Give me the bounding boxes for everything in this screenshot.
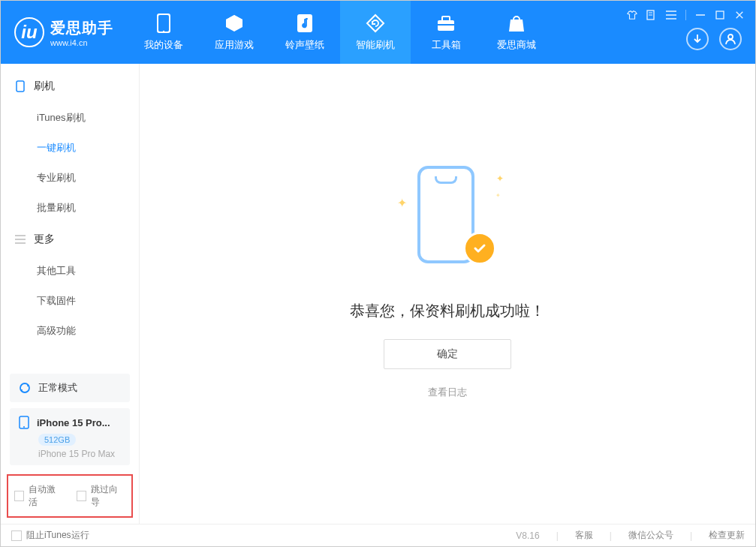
check-badge-icon — [463, 232, 496, 265]
app-url: www.i4.cn — [50, 38, 113, 47]
sidebar-item-advanced[interactable]: 高级功能 — [1, 316, 139, 346]
nav-label: 我的设备 — [144, 38, 183, 52]
sidebar-group-flash: 刷机 — [1, 70, 139, 103]
divider — [685, 10, 686, 20]
close-button[interactable] — [734, 10, 745, 20]
checkbox-label: 阻止iTunes运行 — [26, 529, 89, 542]
nav-apps[interactable]: 应用游戏 — [199, 1, 270, 64]
svg-rect-7 — [438, 24, 454, 26]
main-panel: ✦ ✦ ✦ 恭喜您，保资料刷机成功啦！ 确定 查看日志 — [140, 64, 755, 524]
sparkle-icon: ✦ — [496, 173, 504, 184]
sparkle-icon: ✦ — [495, 192, 501, 199]
nav-store[interactable]: 爱思商城 — [481, 1, 552, 64]
view-log-link[interactable]: 查看日志 — [428, 386, 467, 399]
bag-icon — [505, 13, 528, 34]
skin-icon[interactable] — [627, 10, 637, 20]
phone-icon — [14, 80, 26, 92]
success-message: 恭喜您，保资料刷机成功啦！ — [350, 301, 545, 321]
checkbox-box — [77, 491, 86, 501]
group-label: 刷机 — [34, 80, 55, 93]
checkbox-box — [11, 530, 22, 541]
prevent-itunes-checkbox[interactable]: 阻止iTunes运行 — [11, 529, 89, 542]
nav-my-device[interactable]: 我的设备 — [128, 1, 199, 64]
minimize-button[interactable] — [695, 10, 706, 20]
sidebar-item-firmware[interactable]: 下载固件 — [1, 286, 139, 316]
user-button[interactable] — [719, 28, 742, 50]
music-icon — [294, 13, 316, 34]
sidebar-item-pro[interactable]: 专业刷机 — [1, 163, 139, 193]
sidebar-item-oneclick[interactable]: 一键刷机 — [1, 133, 139, 163]
sidebar-item-itunes[interactable]: iTunes刷机 — [1, 103, 139, 133]
device-icon — [152, 13, 175, 34]
device-mode[interactable]: 正常模式 — [10, 374, 130, 402]
divider: | — [690, 530, 692, 541]
menu-icon[interactable] — [666, 10, 676, 20]
svg-point-2 — [163, 31, 164, 32]
divider: | — [610, 530, 612, 541]
header-actions — [686, 28, 742, 50]
download-button[interactable] — [686, 28, 709, 50]
divider: | — [556, 530, 559, 541]
device-model: iPhone 15 Pro Max — [38, 449, 121, 459]
checkbox-label: 自动激活 — [29, 483, 63, 509]
sidebar-item-other[interactable]: 其他工具 — [1, 256, 139, 286]
version-label: V8.16 — [516, 530, 539, 541]
nav-label: 智能刷机 — [356, 38, 395, 52]
maximize-button[interactable] — [715, 10, 725, 20]
device-name: iPhone 15 Pro... — [37, 417, 110, 428]
sync-icon — [19, 382, 31, 394]
logo-area: iu 爱思助手 www.i4.cn — [1, 17, 128, 47]
phone-icon — [19, 416, 29, 429]
wechat-link[interactable]: 微信公众号 — [628, 529, 673, 542]
group-label: 更多 — [34, 233, 55, 246]
nav-label: 应用游戏 — [215, 38, 254, 52]
device-storage: 512GB — [38, 434, 76, 446]
device-card[interactable]: iPhone 15 Pro... 512GB iPhone 15 Pro Max — [10, 408, 130, 465]
sidebar-item-batch[interactable]: 批量刷机 — [1, 193, 139, 223]
svg-rect-6 — [442, 17, 450, 21]
app-logo-icon: iu — [14, 17, 44, 47]
svg-point-24 — [23, 426, 25, 428]
success-illustration: ✦ ✦ ✦ — [391, 158, 504, 278]
confirm-button[interactable]: 确定 — [384, 339, 511, 369]
header: iu 爱思助手 www.i4.cn 我的设备 应用游戏 — [1, 1, 755, 64]
refresh-icon — [364, 13, 387, 34]
sparkle-icon: ✦ — [397, 196, 407, 210]
svg-rect-15 — [716, 11, 724, 19]
list-icon — [14, 233, 26, 245]
checkbox-row: 自动激活 跳过向导 — [7, 474, 133, 518]
cube-icon — [223, 13, 245, 34]
feedback-icon[interactable] — [646, 10, 657, 20]
svg-rect-1 — [158, 15, 169, 32]
nav-toolbox[interactable]: 工具箱 — [411, 1, 481, 64]
update-link[interactable]: 检查更新 — [709, 529, 745, 542]
mode-label: 正常模式 — [38, 381, 77, 395]
nav-ringtone[interactable]: 铃声壁纸 — [270, 1, 340, 64]
nav-label: 铃声壁纸 — [285, 38, 324, 52]
support-link[interactable]: 客服 — [575, 529, 593, 542]
auto-activate-checkbox[interactable]: 自动激活 — [14, 483, 63, 509]
svg-point-4 — [303, 24, 306, 27]
nav-label: 爱思商城 — [497, 38, 536, 52]
footer: 阻止iTunes运行 V8.16 | 客服 | 微信公众号 | 检查更新 — [1, 524, 755, 546]
toolbox-icon — [435, 13, 457, 34]
app-name: 爱思助手 — [50, 18, 113, 38]
sidebar: 刷机 iTunes刷机 一键刷机 专业刷机 批量刷机 更多 其他工具 下载固件 … — [1, 64, 140, 524]
skip-guide-checkbox[interactable]: 跳过向导 — [77, 483, 125, 509]
nav-label: 工具箱 — [432, 38, 461, 52]
window-controls — [627, 10, 745, 20]
checkbox-box — [14, 491, 24, 501]
sidebar-group-more: 更多 — [1, 223, 139, 256]
svg-point-18 — [728, 35, 733, 39]
checkbox-label: 跳过向导 — [91, 483, 125, 509]
logo-text: 爱思助手 www.i4.cn — [50, 18, 113, 47]
nav-flash[interactable]: 智能刷机 — [340, 1, 411, 64]
svg-rect-19 — [17, 81, 24, 92]
